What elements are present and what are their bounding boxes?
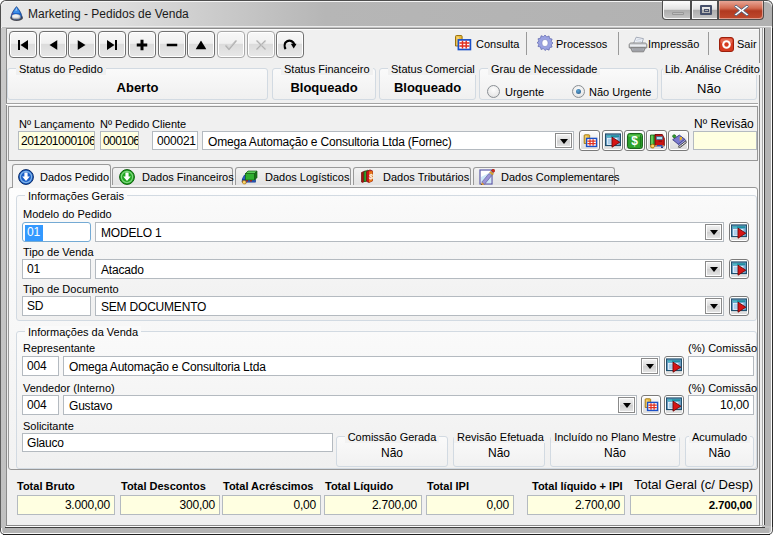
svg-text:$: $ (368, 172, 374, 182)
svg-text:$: $ (631, 134, 638, 148)
